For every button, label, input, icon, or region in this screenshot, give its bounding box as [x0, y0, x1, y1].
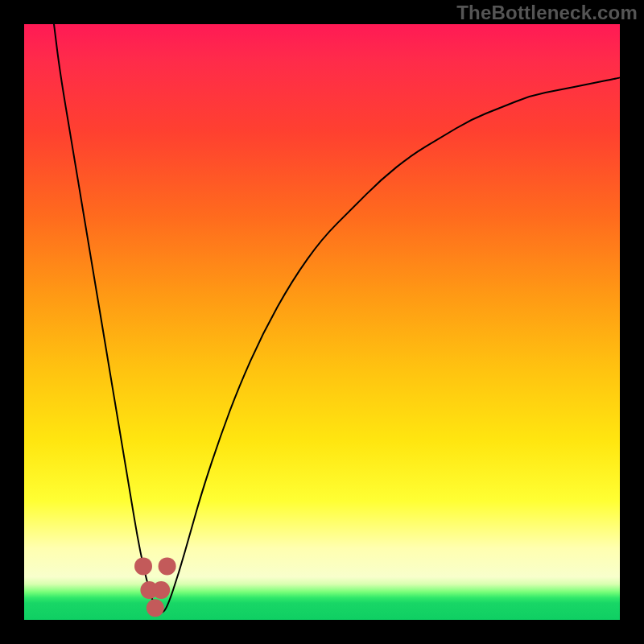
trough-marker [134, 557, 152, 575]
plot-area [24, 24, 620, 620]
trough-marker [159, 557, 176, 575]
curve-svg [24, 24, 620, 620]
trough-marker [152, 581, 170, 599]
trough-marker [147, 599, 164, 617]
trough-markers [134, 557, 176, 617]
bottleneck-curve [54, 24, 620, 613]
watermark-text: TheBottleneck.com [456, 2, 638, 24]
chart-frame: TheBottleneck.com [0, 0, 644, 644]
